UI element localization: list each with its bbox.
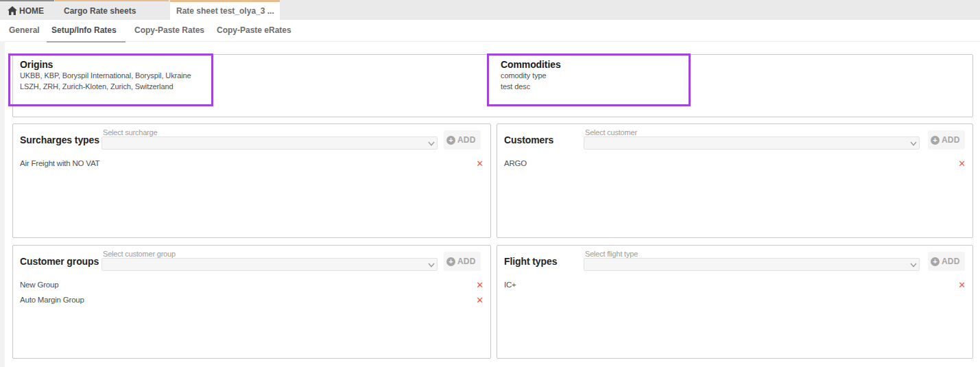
home-icon bbox=[8, 6, 17, 15]
remove-icon[interactable] bbox=[958, 159, 966, 168]
add-button-label: ADD bbox=[457, 135, 476, 145]
list-item-label: IC+ bbox=[504, 281, 516, 289]
tab-home-label: HOME bbox=[19, 6, 44, 16]
active-nav-underline bbox=[47, 41, 126, 43]
add-plus-icon bbox=[931, 136, 940, 145]
list-item-label: Air Freight with NO VAT bbox=[20, 159, 99, 167]
select-label: Select flight type bbox=[585, 250, 638, 258]
select-label: Select customer bbox=[585, 128, 637, 137]
commodities-annotation-box bbox=[487, 54, 691, 106]
flight-types-panel: Flight types Select flight type ADD IC+ bbox=[497, 245, 973, 359]
list-item: IC+ bbox=[504, 277, 966, 292]
list-item: ARGO bbox=[504, 156, 966, 171]
add-button-label: ADD bbox=[457, 257, 476, 266]
tab-cargo-label: Cargo Rate sheets bbox=[64, 6, 136, 16]
sub-nav: General Setup/Info Rates Copy-Paste Rate… bbox=[0, 20, 980, 42]
list-item: New Group bbox=[20, 277, 483, 292]
list-item-label: ARGO bbox=[504, 159, 527, 167]
chevron-down-icon bbox=[910, 141, 917, 146]
panel-title: Surcharges types bbox=[20, 134, 99, 146]
add-button[interactable]: ADD bbox=[444, 252, 481, 271]
chevron-down-icon bbox=[428, 263, 435, 268]
surcharge-select[interactable] bbox=[101, 137, 438, 150]
add-button-label: ADD bbox=[942, 135, 960, 145]
add-button[interactable]: ADD bbox=[444, 130, 481, 150]
tab-cargo-rate-sheets[interactable]: Cargo Rate sheets bbox=[55, 0, 169, 20]
origins-annotation-box bbox=[8, 54, 213, 106]
panel-title: Customers bbox=[504, 134, 553, 146]
add-plus-icon bbox=[446, 257, 455, 266]
remove-icon[interactable] bbox=[476, 281, 483, 289]
nav-copy-paste-erates[interactable]: Copy-Paste eRates bbox=[217, 20, 291, 40]
panel-title: Flight types bbox=[504, 255, 557, 268]
tab-home[interactable]: HOME bbox=[0, 0, 54, 20]
add-button[interactable]: ADD bbox=[928, 130, 965, 150]
nav-copy-paste-rates[interactable]: Copy-Paste Rates bbox=[134, 20, 204, 40]
list-item: Auto Margin Group bbox=[20, 292, 483, 307]
remove-icon[interactable] bbox=[476, 159, 483, 168]
add-plus-icon bbox=[931, 257, 940, 266]
add-button-label: ADD bbox=[942, 257, 960, 266]
select-label: Select customer group bbox=[103, 250, 176, 258]
tab-rate-sheet[interactable]: Rate sheet test_olya_3 ... bbox=[170, 0, 280, 20]
panel-title: Customer groups bbox=[20, 255, 99, 268]
tab-rate-sheet-label: Rate sheet test_olya_3 ... bbox=[176, 6, 274, 16]
customer-group-select[interactable] bbox=[101, 258, 438, 271]
window-tab-bar: HOME Cargo Rate sheets Rate sheet test_o… bbox=[0, 0, 980, 20]
select-label: Select surcharge bbox=[103, 128, 157, 137]
chevron-down-icon bbox=[910, 263, 917, 268]
customer-select[interactable] bbox=[584, 137, 920, 150]
flight-type-select[interactable] bbox=[584, 258, 920, 271]
customer-groups-panel: Customer groups Select customer group AD… bbox=[12, 245, 491, 359]
nav-setup-info-rates[interactable]: Setup/Info Rates bbox=[51, 20, 117, 40]
add-plus-icon bbox=[446, 136, 455, 145]
list-item-label: New Group bbox=[20, 281, 58, 289]
add-button[interactable]: ADD bbox=[928, 252, 965, 271]
list-item: Air Freight with NO VAT bbox=[20, 156, 483, 171]
customers-panel: Customers Select customer ADD ARGO bbox=[497, 123, 973, 238]
chevron-down-icon bbox=[428, 141, 435, 146]
left-edge-strip bbox=[0, 41, 5, 367]
nav-general[interactable]: General bbox=[9, 20, 40, 40]
list-item-label: Auto Margin Group bbox=[20, 296, 84, 304]
remove-icon[interactable] bbox=[958, 281, 966, 289]
remove-icon[interactable] bbox=[476, 296, 483, 305]
surcharges-types-panel: Surcharges types Select surcharge ADD Ai… bbox=[12, 123, 491, 238]
